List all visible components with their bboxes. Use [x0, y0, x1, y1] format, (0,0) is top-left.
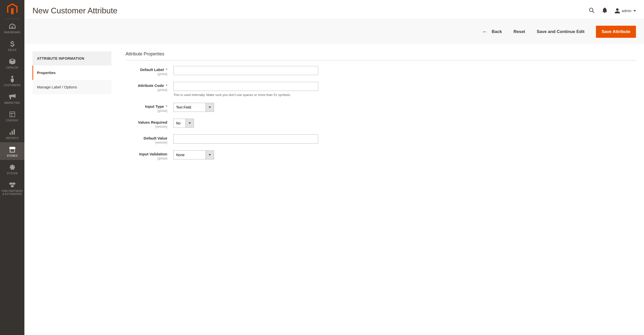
nav-label: MARKETING	[4, 102, 20, 105]
default-label-input[interactable]	[173, 66, 318, 75]
nav-label: DASHBOARD	[4, 31, 20, 34]
required-marker: *	[166, 105, 167, 109]
field-label: Input Validation	[139, 152, 167, 156]
select-value	[173, 119, 185, 128]
main-content: New Customer Attribute admin ← Back Rese…	[24, 0, 644, 166]
field-scope: [global]	[126, 109, 167, 113]
bell-icon[interactable]	[602, 8, 607, 14]
content-row: ATTRIBUTE INFORMATION Properties Manage …	[24, 44, 644, 166]
input-col	[173, 103, 636, 112]
field-label: Default Label	[140, 68, 164, 72]
default-value-input[interactable]	[173, 135, 318, 144]
action-toolbar: ← Back Reset Save and Continue Edit Save…	[24, 19, 644, 44]
label-col: Input Type* [global]	[126, 103, 173, 113]
back-button[interactable]: ← Back	[482, 28, 502, 35]
field-label: Attribute Code	[138, 83, 164, 88]
tab-manage-label-options[interactable]: Manage Label / Options	[32, 80, 111, 94]
gauge-icon	[9, 22, 16, 30]
select-value	[173, 103, 206, 112]
nav-stores[interactable]: STORES	[0, 142, 24, 160]
input-col	[173, 135, 636, 144]
person-icon	[10, 75, 14, 83]
field-scope: [global]	[126, 88, 167, 92]
required-marker: *	[166, 84, 167, 88]
row-values-required: Values Required [website]	[126, 119, 636, 128]
user-name: admin	[622, 9, 631, 13]
nav-dashboard[interactable]: DASHBOARD	[0, 19, 24, 37]
chevron-down-icon	[185, 119, 194, 128]
save-continue-button[interactable]: Save and Continue Edit	[537, 29, 585, 34]
field-label: Values Required	[138, 120, 167, 124]
nav-label: REPORTS	[6, 137, 18, 140]
form-area: Attribute Properties Default Label* [glo…	[126, 51, 636, 166]
chevron-down-icon	[206, 103, 214, 112]
field-label: Default Value	[144, 136, 167, 140]
gear-icon	[10, 163, 15, 166]
storefront-icon	[9, 146, 15, 153]
nav-sales[interactable]: SALES	[0, 37, 24, 54]
admin-sidebar: DASHBOARD SALES CATALOG CUSTOMERS MARKET…	[0, 0, 24, 166]
attribute-code-input[interactable]	[173, 82, 318, 91]
section-title: Attribute Properties	[126, 51, 636, 60]
nav-marketing[interactable]: MARKETING	[0, 89, 24, 107]
input-col	[173, 150, 636, 159]
magento-logo[interactable]	[0, 0, 24, 19]
save-attribute-button[interactable]: Save Attribute	[596, 26, 636, 38]
svg-line-1	[592, 11, 594, 13]
svg-point-0	[589, 8, 593, 12]
row-default-label: Default Label* [global]	[126, 66, 636, 76]
label-col: Attribute Code* [global]	[126, 82, 173, 92]
reset-button[interactable]: Reset	[513, 29, 525, 34]
input-col: This is used internally. Make sure you d…	[173, 82, 636, 97]
tab-properties[interactable]: Properties	[32, 65, 111, 80]
nav-content[interactable]: CONTENT	[0, 107, 24, 125]
label-col: Values Required [website]	[126, 119, 173, 128]
box-icon	[9, 58, 15, 65]
field-hint: This is used internally. Make sure you d…	[173, 93, 636, 97]
input-col	[173, 66, 636, 75]
select-value	[173, 150, 206, 159]
attribute-info-panel: ATTRIBUTE INFORMATION Properties Manage …	[32, 51, 111, 166]
label-col: Input Validation [global]	[126, 150, 173, 160]
input-type-select[interactable]	[173, 103, 636, 112]
page-header: New Customer Attribute admin	[24, 0, 644, 19]
field-label: Input Type	[145, 104, 164, 109]
bars-icon	[10, 128, 15, 136]
field-scope: [global]	[126, 157, 167, 160]
row-input-type: Input Type* [global]	[126, 103, 636, 113]
megaphone-icon	[9, 93, 16, 100]
row-input-validation: Input Validation [global]	[126, 150, 636, 160]
label-col: Default Label* [global]	[126, 66, 173, 76]
field-scope: [website]	[126, 141, 167, 144]
chevron-down-icon	[206, 150, 214, 159]
layout-icon	[10, 111, 15, 118]
input-col	[173, 119, 636, 128]
nav-reports[interactable]: REPORTS	[0, 125, 24, 142]
row-default-value: Default Value [website]	[126, 135, 636, 144]
search-icon[interactable]	[589, 7, 595, 14]
nav-label: SALES	[8, 49, 17, 52]
user-icon	[615, 8, 620, 13]
nav-system[interactable]: SYSTEM	[0, 160, 24, 166]
chevron-down-icon	[633, 10, 636, 12]
dollar-icon	[10, 40, 14, 48]
row-attribute-code: Attribute Code* [global] This is used in…	[126, 82, 636, 97]
nav-label: CATALOG	[6, 66, 18, 69]
back-label: Back	[492, 29, 502, 34]
nav-label: CONTENT	[6, 119, 18, 122]
header-actions: admin	[589, 7, 636, 14]
user-menu[interactable]: admin	[615, 8, 636, 13]
field-scope: [website]	[126, 125, 167, 128]
label-col: Default Value [website]	[126, 135, 173, 144]
nav-label: CUSTOMERS	[4, 84, 20, 87]
page-title: New Customer Attribute	[32, 6, 117, 15]
required-marker: *	[166, 68, 167, 72]
field-scope: [global]	[126, 72, 167, 76]
values-required-select[interactable]	[173, 119, 636, 128]
side-panel-title: ATTRIBUTE INFORMATION	[32, 51, 111, 65]
nav-catalog[interactable]: CATALOG	[0, 54, 24, 72]
nav-label: STORES	[7, 154, 18, 157]
nav-customers[interactable]: CUSTOMERS	[0, 72, 24, 89]
arrow-left-icon: ←	[482, 28, 488, 35]
input-validation-select[interactable]	[173, 150, 636, 159]
